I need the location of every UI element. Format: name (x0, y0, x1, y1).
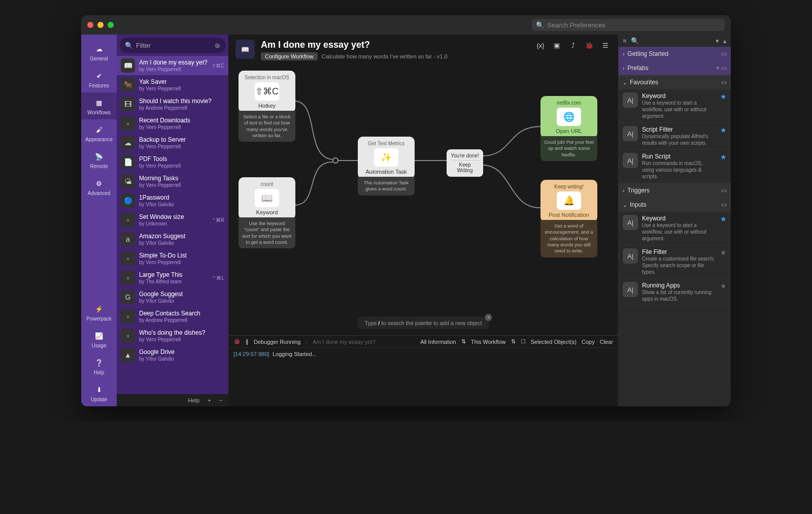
conditional-node[interactable]: You're done! Keep Writing (447, 149, 483, 177)
workflow-canvas[interactable]: Selection in macOS ⇧⌘C Hotkey Select a f… (228, 66, 618, 335)
nav-help[interactable]: ❔Help (81, 352, 117, 379)
close-hint[interactable]: × (485, 314, 492, 321)
cat-favourites[interactable]: ⌄Favourites▭ (619, 75, 731, 89)
hotkey-icon: ⇧⌘C (255, 82, 279, 101)
workflow-item-author: by Vítor Galvão (139, 356, 224, 362)
palette-item[interactable]: A|KeywordUse a keyword to start a workfl… (619, 212, 731, 245)
palette-item-desc: Use a keyword to start a workflow, use w… (642, 100, 716, 119)
workflow-item[interactable]: ▫Recent Downloadsby Vero Pepperrell (117, 114, 228, 133)
selected-objects-toggle[interactable]: Selected Object(s) (531, 339, 577, 345)
workflow-item-name: Morning Tasks (139, 175, 224, 182)
palette-item[interactable]: A|KeywordUse a keyword to start a workfl… (619, 89, 731, 123)
workflow-item-name: Recent Downloads (139, 117, 224, 124)
clear-button[interactable]: Clear (600, 339, 613, 345)
configure-workflow-button[interactable]: Configure Workflow (261, 52, 318, 60)
star-icon[interactable]: ★ (720, 126, 727, 146)
pause-icon[interactable]: ‖ (246, 338, 249, 345)
sliders-icon: ⚙ (93, 177, 105, 189)
star-icon[interactable]: ★ (720, 282, 727, 302)
palette-item[interactable]: A|Script FilterDynamically populate Alfr… (619, 123, 731, 150)
cat-prefabs[interactable]: ›Prefabs+ ▭ (619, 61, 731, 75)
hotkey-node[interactable]: Selection in macOS ⇧⌘C Hotkey Select a f… (239, 71, 295, 142)
nav-workflows[interactable]: ▦Workflows (81, 92, 117, 119)
nav-update[interactable]: ⬇Update (81, 379, 117, 406)
automation-node[interactable]: Get Text Metrics ✨ Automation Task The A… (358, 137, 415, 196)
workflow-item-author: by Vero Pepperrell (139, 182, 224, 188)
palette-item[interactable]: A|Running AppsShow a list of currently r… (619, 279, 731, 306)
workflow-item[interactable]: 🐂Yak Saverby Vero Pepperrell (117, 75, 228, 94)
keyword-node[interactable]: count 📖 Keyword Use the keyword "count" … (239, 177, 295, 248)
cat-triggers[interactable]: ›Triggers▭ (619, 183, 731, 198)
debug-filter-info[interactable]: All Information (420, 339, 456, 345)
add-workflow-button[interactable]: + (205, 397, 214, 403)
workflow-item[interactable]: ▫Set Window sizeby Unknown⌃⌘R (117, 210, 228, 230)
workflow-item-author: by Vero Pepperrell (139, 67, 208, 72)
star-icon[interactable]: ★ (720, 92, 727, 119)
nav-features[interactable]: ✔Features (81, 66, 117, 92)
close-window[interactable] (87, 22, 93, 28)
node-description: Use the keyword "count" and paste the te… (239, 217, 295, 248)
star-icon[interactable]: ★ (720, 248, 727, 275)
cat-getting-started[interactable]: ›Getting Started▭ (619, 47, 731, 61)
bug-icon[interactable]: 🐞 (233, 338, 241, 345)
option-done[interactable]: You're done! (451, 151, 479, 160)
debug-filter-scope[interactable]: This Workflow (471, 339, 506, 345)
broadcast-icon: 📡 (93, 150, 105, 163)
collapse-up-icon[interactable]: ▴ (723, 37, 727, 45)
workflow-item[interactable]: ▫Simple To-Do Listby Vero Pepperrell (117, 249, 228, 268)
workflow-item[interactable]: 🎞Should I watch this movie?by Andrew Pep… (117, 94, 228, 114)
workflow-item[interactable]: 📄PDF Toolsby Vero Pepperrell (117, 152, 228, 172)
workflow-item-name: Amazon Suggest (139, 233, 224, 240)
workflow-item[interactable]: 🔵1Passwordby Vítor Galvão (117, 191, 228, 210)
workflow-item-author: by Vero Pepperrell (139, 163, 224, 169)
star-icon[interactable]: ★ (720, 215, 727, 242)
copy-button[interactable]: Copy (582, 339, 595, 345)
palette-item[interactable]: A|Run ScriptRun commands in macOS, using… (619, 150, 731, 183)
nav-remote[interactable]: 📡Remote (81, 146, 117, 173)
snippet-icon[interactable]: ▣ (551, 40, 562, 51)
list-icon[interactable]: ≡ (623, 37, 627, 45)
workflow-item[interactable]: ▫Deep Contacts Searchby Andrew Pepperrel… (117, 307, 228, 326)
export-icon[interactable]: ⤴ (567, 40, 579, 51)
workflow-item[interactable]: GGoogle Suggestby Vítor Galvão (117, 287, 228, 307)
nav-usage[interactable]: 📈Usage (81, 326, 117, 352)
search-preferences[interactable]: 🔍 Search Preferences (532, 19, 725, 31)
help-icon: ❔ (93, 357, 105, 369)
junction-node[interactable] (332, 157, 339, 164)
filter-settings-icon[interactable]: ⊚ (215, 42, 220, 49)
debugger-status: Debugger Running (254, 339, 300, 345)
workflow-item-author: by Andrew Pepperrell (139, 105, 224, 111)
nav-general[interactable]: ☁General (81, 39, 117, 66)
option-keep-writing[interactable]: Keep Writing (451, 160, 479, 175)
variables-icon[interactable]: {x} (535, 40, 546, 51)
open-url-node[interactable]: netflix.com 🌐 Open URL Good job! Put you… (540, 96, 597, 161)
workflow-item-author: by Vítor Galvão (139, 202, 224, 207)
notification-node[interactable]: Keep writing! 🔔 Post Notification Get a … (540, 180, 597, 258)
workflow-item[interactable]: 🌤Morning Tasksby Vero Pepperrell (117, 172, 228, 191)
workflow-item[interactable]: ☁Backup to Serverby Vero Pepperrell (117, 133, 228, 152)
workflow-item-name: 1Password (139, 194, 224, 201)
workflow-item[interactable]: aAmazon Suggestby Vítor Galvão (117, 230, 228, 249)
debug-icon[interactable]: 🐞 (584, 40, 595, 51)
remove-workflow-button[interactable]: − (216, 397, 225, 403)
nav-appearance[interactable]: 🖌Appearance (81, 119, 117, 146)
menu-icon[interactable]: ☰ (600, 40, 611, 51)
workflow-item-name: Who's doing the dishes? (139, 329, 224, 336)
palette-item[interactable]: A|File FilterCreate a customised file se… (619, 245, 731, 279)
nav-powerpack[interactable]: ⚡Powerpack (81, 299, 117, 326)
filter-input[interactable]: 🔍 Filter ⊚ (120, 38, 225, 53)
workflow-item-author: by Vítor Galvão (139, 298, 224, 304)
search-icon[interactable]: 🔍 (631, 37, 639, 45)
collapse-down-icon[interactable]: ▾ (716, 37, 719, 45)
maximize-window[interactable] (108, 22, 114, 28)
workflow-item-icon: a (121, 232, 135, 246)
minimize-window[interactable] (97, 22, 104, 28)
help-button[interactable]: Help (185, 397, 203, 403)
workflow-item[interactable]: ▫Who's doing the dishes?by Vero Pepperre… (117, 326, 228, 345)
workflow-item[interactable]: ▲Google Driveby Vítor Galvão (117, 345, 228, 365)
nav-advanced[interactable]: ⚙Advanced (81, 173, 117, 200)
star-icon[interactable]: ★ (720, 153, 727, 180)
workflow-item[interactable]: ▫Large Type Thisby The Alfred team⌃⌘L (117, 268, 228, 287)
workflow-item[interactable]: 📖Am I done my essay yet?by Vero Pepperre… (117, 56, 228, 75)
cat-inputs[interactable]: ⌄Inputs▭ (619, 198, 731, 212)
